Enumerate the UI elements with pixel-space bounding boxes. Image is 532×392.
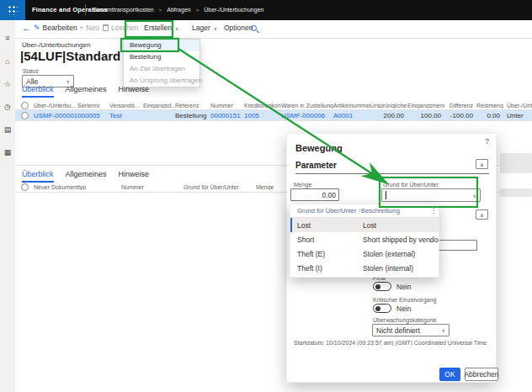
column-header[interactable]: Eingangsd... <box>143 103 175 109</box>
recent-clock-icon[interactable]: ◷ <box>0 103 15 111</box>
lookup-row-short[interactable]: Short Short shipped by vendor <box>290 232 439 246</box>
lookup-cell: Stolen (internal) <box>363 264 439 273</box>
select-all-cell[interactable] <box>15 102 34 109</box>
action-pane: ← ✎ Bearbeiten + Neu Löschen Erstellen ∨… <box>15 20 532 39</box>
column-header[interactable]: Referenz <box>175 103 210 109</box>
cell-ueber-unterbuchung-link[interactable]: USMF-000001 <box>34 112 77 119</box>
kritischer-einzelvorgang-switch[interactable] <box>373 304 391 313</box>
home-icon[interactable]: ⌂ <box>0 57 15 66</box>
column-header[interactable]: Differenz <box>444 103 476 109</box>
create-dropdown-menu: Bewegung Bestellung An Ziel übertragen A… <box>123 39 200 87</box>
breadcrumb-item-module[interactable]: Gesamttransportkosten <box>93 7 154 13</box>
lookup-column-header[interactable]: Beschreibung <box>361 207 428 215</box>
lookup-row-lost[interactable]: Lost Lost <box>290 218 439 232</box>
cell-waren-in-zustellung-link[interactable]: USMF-000006 <box>281 112 333 119</box>
breadcrumb-item-inquiries[interactable]: Abfragen <box>167 7 190 13</box>
search-icon[interactable] <box>251 25 257 31</box>
select-all-cell[interactable] <box>15 183 34 191</box>
toggle2-value: Nein <box>396 305 411 313</box>
left-nav-rail: ≡ ⌂ ☆ ◷ ▤ ▦ <box>0 20 15 392</box>
ueberwachungskategorie-label: Überwachungskategorie <box>373 317 437 323</box>
new-button[interactable]: + Neu <box>79 24 99 32</box>
collapse-section-button[interactable]: ∧ <box>476 209 488 220</box>
menu-item-bewegung[interactable]: Bewegung <box>124 40 200 51</box>
chevron-down-icon: ∨ <box>473 193 476 199</box>
column-header[interactable]: Versandd... <box>109 103 143 109</box>
cell-versand-link[interactable]: Test <box>109 112 143 119</box>
cancel-button[interactable]: Abbrechen <box>465 368 498 381</box>
column-header[interactable]: Restmenge <box>476 103 503 109</box>
column-header[interactable]: Neuer Dokumenttyp <box>34 184 121 190</box>
status-filter-label: Status <box>23 68 38 74</box>
column-header[interactable]: Artikelnummer <box>333 103 370 109</box>
column-header[interactable]: Nummer <box>210 103 244 109</box>
delete-button[interactable]: Löschen <box>103 24 138 32</box>
column-header[interactable]: Nummer <box>121 184 184 190</box>
table-row[interactable]: USMF-000001 000005 Test Bestellung 00000… <box>15 110 532 121</box>
cell-restmenge: 0.00 <box>476 112 503 119</box>
parameter-section-header: Parameter <box>295 161 337 170</box>
lines-tab-hinweise[interactable]: Hinweise <box>119 170 150 183</box>
lookup-cell: Short shipped by vendor <box>363 236 439 244</box>
row-selector[interactable] <box>15 112 34 119</box>
lookup-column-header[interactable]: Grund für Über/Unter↑ <box>290 207 361 215</box>
chevron-down-icon: ∨ <box>175 25 178 31</box>
column-header[interactable]: Grund für Über/Unter <box>184 184 256 190</box>
workspaces-icon[interactable]: ▤ <box>0 125 15 134</box>
cell-nummer-link[interactable]: 00000151 <box>210 112 244 119</box>
modules-icon[interactable]: ▦ <box>0 148 15 156</box>
column-header[interactable]: Eingangsmenge <box>407 103 444 109</box>
overflow-menu-icon[interactable]: ⋮ <box>428 207 439 215</box>
waffle-icon <box>8 5 18 15</box>
tab-ueberblick[interactable]: Überblick <box>22 85 54 98</box>
lookup-cell: Short <box>292 236 363 244</box>
cell-differenz: -100.00 <box>444 112 476 119</box>
column-header[interactable]: Kreditorenkon... <box>244 103 281 109</box>
page-caption: Über-/Unterbuchungen <box>22 41 90 49</box>
ueberwachungskategorie-select[interactable]: Nicht definiert ∨ <box>372 324 450 336</box>
column-header[interactable]: Seriennr. <box>77 103 109 109</box>
toggle1-value: Nein <box>396 283 411 291</box>
column-header[interactable]: Waren in Zustellung - Nu... <box>281 103 333 109</box>
main-grid-header: Über-/Unterbu... Seriennr. Versandd... E… <box>15 101 532 110</box>
lines-tab-allgemeines[interactable]: Allgemeines <box>66 170 107 183</box>
lookup-row-theft-e[interactable]: Theft (E) Stolen (external) <box>290 246 439 261</box>
cell-kreditorenkonto-link[interactable]: 1005 <box>244 112 281 119</box>
chevron-up-icon: ∧ <box>480 162 483 167</box>
column-header[interactable]: Über-/Unterbu... <box>34 103 77 109</box>
category-value: Nicht definiert <box>376 326 420 335</box>
options-button[interactable]: Optionen <box>224 24 253 32</box>
pencil-icon: ✎ <box>34 24 40 32</box>
menu-item-an-ziel-uebertragen[interactable]: An Ziel übertragen <box>124 63 200 75</box>
create-menu-button[interactable]: Erstellen ∨ <box>144 24 178 32</box>
column-header[interactable]: Über-/Unterlieferung <box>503 103 532 109</box>
menu-item-an-ursprung-uebertragen[interactable]: An Ursprung übertragen <box>124 75 200 87</box>
menu-item-bestellung[interactable]: Bestellung <box>124 51 200 63</box>
cell-eingangsmenge: 100.00 <box>407 112 444 119</box>
breadcrumb-item-page[interactable]: Über-/Unterbuchungen <box>204 7 263 13</box>
toggle1-switch[interactable] <box>373 282 391 291</box>
chevron-down-icon: ∨ <box>214 25 217 31</box>
text-cursor <box>386 191 386 199</box>
inventory-menu-button[interactable]: Lager ∨ <box>192 24 217 32</box>
quantity-label: Menge <box>294 182 311 188</box>
delete-button-label: Löschen <box>111 24 138 32</box>
lines-tab-ueberblick[interactable]: Überblick <box>22 170 54 183</box>
collapse-section-button[interactable]: ∧ <box>476 159 488 169</box>
column-header[interactable]: Ursprüngliche... <box>370 103 407 109</box>
ok-button[interactable]: OK <box>439 368 460 381</box>
edit-button[interactable]: ✎ Bearbeiten <box>34 24 77 32</box>
hamburger-icon[interactable]: ≡ <box>0 34 15 42</box>
app-launcher-button[interactable] <box>0 0 25 20</box>
tab-allgemeines[interactable]: Allgemeines <box>66 85 107 98</box>
quantity-input[interactable] <box>290 188 339 201</box>
cell-seriennr-link[interactable]: 000005 <box>77 112 109 119</box>
help-icon[interactable]: ? <box>485 137 489 146</box>
back-button[interactable]: ← <box>22 23 31 33</box>
lookup-row-theft-i[interactable]: Theft (I) Stolen (internal) <box>290 261 439 275</box>
lookup-cell: Theft (I) <box>292 264 363 273</box>
cell-artikelnummer-link[interactable]: A0001 <box>333 112 370 119</box>
related-info-block <box>500 188 532 197</box>
reason-combobox[interactable]: ∨ <box>381 188 481 202</box>
favorites-star-icon[interactable]: ☆ <box>0 80 15 88</box>
